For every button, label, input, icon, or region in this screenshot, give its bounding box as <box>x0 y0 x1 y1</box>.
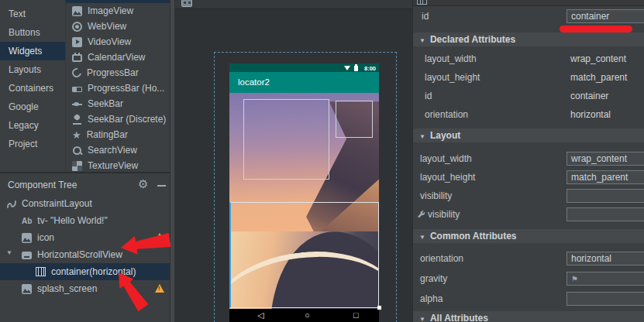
tree-item-container-horizontal[interactable]: container(horizontal) <box>0 263 170 280</box>
searchview-icon <box>72 146 82 156</box>
component-tree-title: Component Tree <box>8 180 77 190</box>
gravity-field[interactable]: ⚑ <box>567 272 644 286</box>
attribute-row: visibility <box>413 205 644 224</box>
status-time: 8:00 <box>364 65 376 72</box>
attribute-row: orientation horizontal <box>413 248 644 269</box>
palette-category-containers[interactable]: Containers <box>0 79 65 98</box>
child-view-outline-large <box>243 99 329 180</box>
id-input[interactable]: container <box>567 9 644 23</box>
palette-item-seekbar[interactable]: SeekBar <box>66 96 170 111</box>
layout-height-combo[interactable]: match_parent <box>567 170 644 184</box>
attribute-row: visibility <box>413 187 644 205</box>
app-title: locator2 <box>238 77 270 87</box>
palette-categories: Text Buttons Widgets Layouts Containers … <box>0 5 65 153</box>
ratingbar-icon: ★ <box>72 130 81 140</box>
attribute-row: layout_width wrap_content <box>413 149 644 168</box>
attributes-panel: id container ▼Declared Attributes layout… <box>412 0 644 322</box>
tree-item-constraintlayout[interactable]: ConstraintLayout <box>0 195 170 212</box>
palette-item-seekbar-discrete[interactable]: SeekBar (Discrete) <box>66 111 170 127</box>
palette-item-videoview[interactable]: VideoView <box>66 34 170 50</box>
chevron-down-icon: ▼ <box>419 37 425 44</box>
attribute-row-id: id container <box>413 8 644 26</box>
device-nav-bar: ◁ ○ □ <box>229 309 379 322</box>
palette-item-textureview[interactable]: TextureView <box>66 158 170 172</box>
nav-recents-icon: □ <box>353 310 359 321</box>
palette-item-imageview[interactable]: ImageView <box>66 3 170 19</box>
imageview-icon <box>22 284 32 294</box>
videoview-icon <box>72 37 82 47</box>
layout-width-combo[interactable]: wrap_content <box>567 152 644 166</box>
design-mode-icon[interactable] <box>181 0 192 7</box>
webview-icon <box>72 22 82 32</box>
seekbar-icon <box>72 99 82 109</box>
chevron-down-icon: ▼ <box>419 234 425 241</box>
palette-item-progressbar-horizontal[interactable]: ProgressBar (Ho... <box>66 80 170 96</box>
android-studio-layout-editor: Text Buttons Widgets Layouts Containers … <box>0 0 644 322</box>
section-common-attributes[interactable]: ▼Common Attributes <box>413 229 644 243</box>
palette-item-webview[interactable]: WebView <box>66 19 170 34</box>
design-surface[interactable]: 8:00 locator2 ◁ ○ □ <box>175 0 412 322</box>
attribute-row: alpha <box>413 289 644 309</box>
visibility-combo[interactable] <box>567 189 644 203</box>
warning-icon: ! <box>155 284 164 293</box>
device-status-bar: 8:00 <box>229 63 379 72</box>
constraintlayout-icon <box>6 199 16 209</box>
progressbar-icon <box>71 67 84 80</box>
battery-icon <box>354 66 358 71</box>
palette-category-widgets[interactable]: Widgets <box>0 42 65 60</box>
palette-category-text[interactable]: Text <box>0 5 65 23</box>
attribute-row: orientation horizontal <box>413 105 644 124</box>
device-app-bar: locator2 <box>229 72 379 93</box>
palette-and-tree-panel: Text Buttons Widgets Layouts Containers … <box>0 0 170 322</box>
selection-handle[interactable] <box>377 306 381 310</box>
orientation-combo[interactable]: horizontal <box>567 252 644 265</box>
horizontalscrollview-icon <box>22 252 32 259</box>
palette-category-google[interactable]: Google <box>0 98 65 116</box>
palette: Text Buttons Widgets Layouts Containers … <box>0 0 170 172</box>
section-declared-attributes[interactable]: ▼Declared Attributes <box>413 33 644 46</box>
layout-rows: layout_width wrap_content layout_height … <box>413 149 644 224</box>
palette-category-layouts[interactable]: Layouts <box>0 60 65 79</box>
palette-category-buttons[interactable]: Buttons <box>0 23 65 42</box>
minimize-icon[interactable] <box>157 185 166 187</box>
textview-icon: Ab <box>22 216 32 226</box>
design-toolbar <box>175 0 412 9</box>
palette-category-project[interactable]: Project <box>0 135 65 153</box>
selected-container-outline <box>229 202 379 308</box>
palette-item-progressbar[interactable]: ProgressBar <box>66 65 170 80</box>
selected-component-icon <box>417 0 427 5</box>
seekbar-discrete-icon <box>72 115 82 125</box>
gear-icon[interactable]: ⚙ <box>138 177 148 191</box>
component-tree-header: Component Tree ⚙ <box>0 176 170 195</box>
panel-splitter[interactable] <box>170 0 175 322</box>
common-attributes-rows: orientation horizontal gravity ⚑ alpha <box>413 248 644 309</box>
section-layout[interactable]: ▼Layout <box>413 128 644 142</box>
section-all-attributes[interactable]: ▼All Attributes <box>413 311 644 322</box>
tree-item-textview[interactable]: Ab tv- "Hello World!" <box>0 212 170 229</box>
alpha-field[interactable] <box>567 292 644 306</box>
palette-widget-list: ImageView WebView VideoView CalendarView… <box>65 0 170 172</box>
calendarview-icon <box>72 54 82 62</box>
attribute-label: id <box>422 11 429 22</box>
wrench-icon <box>417 211 425 219</box>
palette-item-ratingbar[interactable]: ★ RatingBar <box>66 127 170 142</box>
tree-expand-icon[interactable]: ▼ <box>6 249 12 256</box>
imageview-icon <box>72 6 82 16</box>
chevron-down-icon: ▼ <box>419 316 425 322</box>
nav-back-icon: ◁ <box>257 310 263 321</box>
wifi-icon <box>344 66 350 70</box>
tools-visibility-combo[interactable] <box>567 207 644 221</box>
chevron-down-icon: ▼ <box>419 133 425 140</box>
linearlayout-horizontal-icon <box>36 267 46 276</box>
palette-item-calendarview[interactable]: CalendarView <box>66 50 170 65</box>
flag-icon[interactable]: ⚑ <box>571 275 578 283</box>
imageview-icon <box>22 233 32 243</box>
declared-attributes-rows: layout_width wrap_content layout_height … <box>413 50 644 124</box>
attribute-row: layout_height match_parent <box>413 68 644 87</box>
attributes-panel-top <box>413 0 644 6</box>
palette-item-searchview[interactable]: SearchView <box>66 142 170 158</box>
attribute-row: gravity ⚑ <box>413 269 644 289</box>
attribute-row: layout_width wrap_content <box>413 50 644 68</box>
palette-category-legacy[interactable]: Legacy <box>0 116 65 135</box>
child-view-outline-small <box>336 101 373 138</box>
